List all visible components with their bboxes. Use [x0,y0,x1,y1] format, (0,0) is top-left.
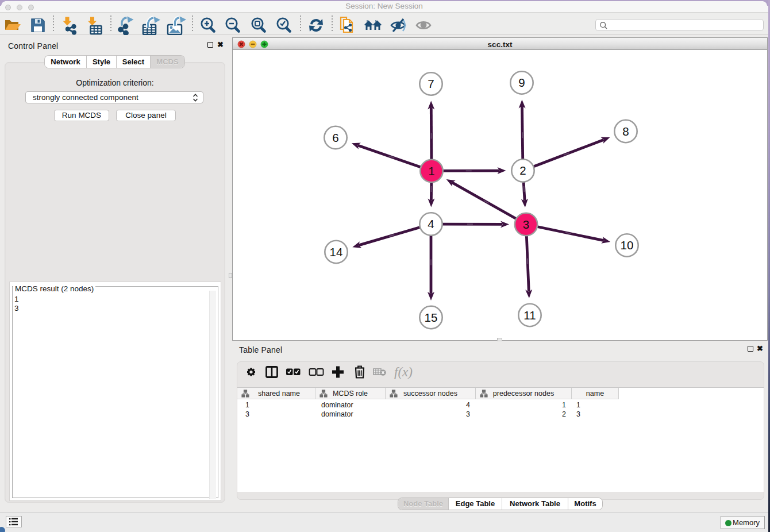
svg-text:11: 11 [523,309,536,322]
svg-text:7: 7 [428,77,434,90]
svg-text:15: 15 [425,311,438,324]
svg-text:8: 8 [622,125,629,138]
svg-text:2: 2 [519,164,526,177]
svg-text:f(x): f(x) [394,365,413,379]
svg-text:6: 6 [332,131,338,144]
svg-text:4: 4 [428,217,434,230]
svg-text:9: 9 [518,76,525,89]
svg-text:14: 14 [330,245,343,259]
svg-text:1: 1 [428,164,434,178]
svg-text:10: 10 [621,238,634,252]
svg-text:3: 3 [523,218,529,231]
